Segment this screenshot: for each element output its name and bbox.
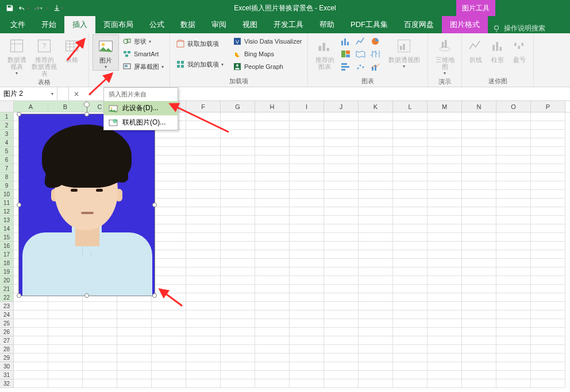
cell[interactable] bbox=[186, 156, 221, 164]
cell[interactable] bbox=[462, 207, 496, 216]
cell[interactable] bbox=[290, 216, 324, 224]
row-header[interactable]: 6 bbox=[0, 156, 14, 164]
cell[interactable] bbox=[496, 328, 531, 336]
cell[interactable] bbox=[531, 285, 565, 293]
cell[interactable] bbox=[496, 207, 531, 216]
chart-map-button[interactable] bbox=[354, 48, 368, 60]
resize-handle-nw[interactable] bbox=[17, 112, 21, 117]
cell[interactable] bbox=[221, 336, 255, 345]
cell[interactable] bbox=[48, 311, 83, 319]
cell[interactable] bbox=[221, 164, 255, 173]
cell[interactable] bbox=[290, 112, 324, 121]
cell[interactable] bbox=[83, 311, 117, 319]
cell[interactable] bbox=[290, 190, 324, 199]
undo-button[interactable]: ▾ bbox=[17, 2, 30, 14]
cell[interactable] bbox=[152, 181, 186, 190]
cell[interactable] bbox=[393, 345, 428, 354]
cell[interactable] bbox=[324, 250, 359, 259]
cell[interactable] bbox=[359, 328, 393, 336]
cell[interactable] bbox=[186, 371, 221, 379]
cell[interactable] bbox=[531, 181, 565, 190]
column-header[interactable]: I bbox=[290, 101, 324, 112]
cell[interactable] bbox=[186, 233, 221, 242]
cell[interactable] bbox=[255, 311, 290, 319]
cell[interactable] bbox=[393, 293, 428, 302]
cell[interactable] bbox=[290, 250, 324, 259]
cell[interactable] bbox=[152, 190, 186, 199]
column-header[interactable]: M bbox=[428, 101, 462, 112]
cell[interactable] bbox=[255, 371, 290, 379]
cell[interactable] bbox=[462, 371, 496, 379]
cell[interactable] bbox=[462, 112, 496, 121]
cell[interactable] bbox=[462, 190, 496, 199]
cell[interactable] bbox=[462, 156, 496, 164]
resize-handle-n[interactable] bbox=[84, 112, 89, 117]
cell[interactable] bbox=[83, 371, 117, 379]
cell[interactable] bbox=[496, 371, 531, 379]
cell[interactable] bbox=[428, 285, 462, 293]
cell[interactable] bbox=[324, 276, 359, 285]
cell[interactable] bbox=[83, 328, 117, 336]
tab-insert[interactable]: 插入 bbox=[64, 16, 95, 33]
cell[interactable] bbox=[14, 302, 48, 311]
cell[interactable] bbox=[255, 362, 290, 371]
sparkline-line-button[interactable]: 折线 bbox=[465, 34, 486, 63]
cell[interactable] bbox=[186, 302, 221, 311]
row-header[interactable]: 20 bbox=[0, 276, 14, 285]
cell[interactable] bbox=[428, 130, 462, 138]
cell[interactable] bbox=[462, 224, 496, 233]
cell[interactable] bbox=[290, 242, 324, 250]
cell[interactable] bbox=[152, 216, 186, 224]
bing-maps-button[interactable]: Bing Maps bbox=[230, 48, 304, 60]
cell[interactable] bbox=[186, 250, 221, 259]
row-header[interactable]: 24 bbox=[0, 311, 14, 319]
qat-customize-dropdown[interactable]: ▾ bbox=[45, 2, 51, 14]
cell[interactable] bbox=[393, 267, 428, 276]
cell[interactable] bbox=[359, 121, 393, 130]
chart-column-button[interactable] bbox=[339, 36, 353, 47]
cell[interactable] bbox=[152, 233, 186, 242]
save-button[interactable] bbox=[3, 2, 16, 14]
cell[interactable] bbox=[290, 147, 324, 156]
cell[interactable] bbox=[531, 207, 565, 216]
cell[interactable] bbox=[359, 224, 393, 233]
cell[interactable] bbox=[221, 233, 255, 242]
cell[interactable] bbox=[428, 173, 462, 181]
cell[interactable] bbox=[221, 250, 255, 259]
pivot-table-button[interactable]: 数据透 视表 ▾ bbox=[3, 34, 30, 76]
cell[interactable] bbox=[186, 164, 221, 173]
touch-mode-button[interactable]: ▾ bbox=[52, 2, 64, 14]
cell[interactable] bbox=[531, 354, 565, 362]
cell[interactable] bbox=[531, 336, 565, 345]
cell[interactable] bbox=[117, 336, 152, 345]
cell[interactable] bbox=[428, 250, 462, 259]
row-header[interactable]: 19 bbox=[0, 267, 14, 276]
cell[interactable] bbox=[152, 371, 186, 379]
cell[interactable] bbox=[359, 267, 393, 276]
cell[interactable] bbox=[496, 121, 531, 130]
cell[interactable] bbox=[359, 130, 393, 138]
cell[interactable] bbox=[255, 156, 290, 164]
cell[interactable] bbox=[359, 250, 393, 259]
cell[interactable] bbox=[531, 130, 565, 138]
cell[interactable] bbox=[221, 362, 255, 371]
cell[interactable] bbox=[255, 147, 290, 156]
cell[interactable] bbox=[186, 336, 221, 345]
cell[interactable] bbox=[290, 156, 324, 164]
cell[interactable] bbox=[221, 242, 255, 250]
cancel-button[interactable]: ✕ bbox=[69, 90, 84, 98]
cell[interactable] bbox=[531, 216, 565, 224]
cell[interactable] bbox=[393, 190, 428, 199]
cell[interactable] bbox=[393, 181, 428, 190]
cell[interactable] bbox=[48, 345, 83, 354]
cell[interactable] bbox=[393, 224, 428, 233]
picture-button[interactable]: 图片 ▾ bbox=[93, 34, 119, 71]
cell[interactable] bbox=[324, 379, 359, 388]
row-header[interactable]: 15 bbox=[0, 233, 14, 242]
cell[interactable] bbox=[428, 147, 462, 156]
cell[interactable] bbox=[428, 121, 462, 130]
cell[interactable] bbox=[255, 345, 290, 354]
cell[interactable] bbox=[186, 138, 221, 147]
cell[interactable] bbox=[496, 293, 531, 302]
cell[interactable] bbox=[531, 311, 565, 319]
